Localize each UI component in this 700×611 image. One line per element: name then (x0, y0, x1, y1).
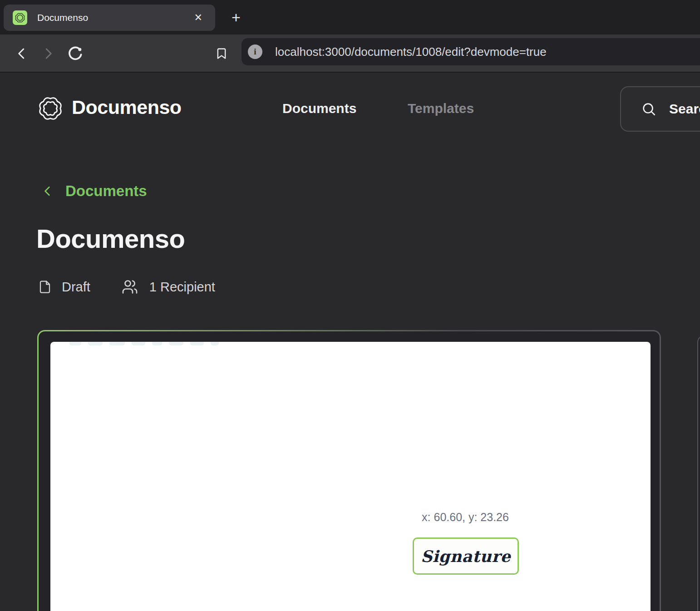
documenso-logo-icon[interactable] (37, 95, 64, 122)
document-title: Documenso (36, 223, 185, 254)
browser-toolbar: i localhost:3000/documents/1008/edit?dev… (0, 34, 700, 73)
tab-close-icon[interactable]: ✕ (191, 10, 206, 25)
documenso-favicon-icon (13, 10, 27, 25)
nav-tab-templates[interactable]: Templates (408, 101, 474, 116)
signature-field[interactable]: Signature (413, 537, 519, 575)
file-icon (38, 279, 52, 295)
document-editor-card-inner: x: 60.60, y: 23.26 Signature (39, 331, 660, 611)
chevron-left-icon (42, 183, 54, 199)
page-top-artifact (69, 342, 219, 345)
search-icon (641, 101, 656, 117)
pdf-page[interactable]: x: 60.60, y: 23.26 Signature (50, 342, 651, 611)
signature-field-label: Signature (421, 547, 511, 566)
url-bar[interactable]: i localhost:3000/documents/1008/edit?dev… (242, 38, 700, 65)
nav-tab-documents[interactable]: Documents (282, 101, 356, 116)
back-button[interactable] (9, 34, 35, 73)
tab-title: Documenso (37, 12, 191, 23)
search-button[interactable]: Search (620, 86, 700, 132)
recipients-count: 1 Recipient (149, 280, 215, 295)
reload-button[interactable] (63, 34, 88, 73)
browser-window: Documenso ✕ + i localhost:3000/documents… (0, 0, 700, 611)
document-status-row: Draft 1 Recipient (38, 279, 215, 295)
breadcrumb[interactable]: Documents (42, 182, 147, 200)
users-icon (120, 279, 139, 295)
right-side-panel-clipped (697, 335, 700, 611)
new-tab-button[interactable]: + (227, 6, 245, 28)
forward-button[interactable] (35, 34, 61, 73)
field-coordinate-label: x: 60.60, y: 23.26 (422, 511, 509, 524)
browser-tab[interactable]: Documenso ✕ (4, 5, 215, 31)
documenso-app: Documenso Documents Templates Search Doc… (0, 74, 700, 611)
breadcrumb-label[interactable]: Documents (65, 182, 147, 200)
brand-wordmark[interactable]: Documenso (72, 96, 182, 118)
bookmark-icon[interactable] (209, 34, 234, 73)
browser-tab-strip: Documenso ✕ + (0, 0, 700, 34)
url-text[interactable]: localhost:3000/documents/1008/edit?devmo… (275, 45, 547, 59)
status-badge: Draft (62, 280, 90, 295)
recipients-group: 1 Recipient (120, 279, 215, 295)
document-editor-card: x: 60.60, y: 23.26 Signature (37, 330, 661, 611)
search-button-label: Search (669, 101, 700, 117)
site-info-icon[interactable]: i (248, 44, 262, 59)
